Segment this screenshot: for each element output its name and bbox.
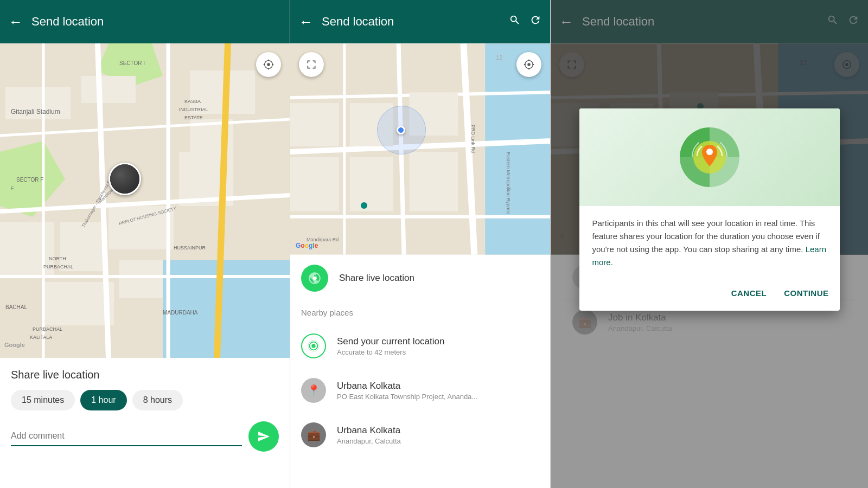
nearby-label: Nearby places: [290, 301, 550, 324]
panel1-map: Gitanjali Stadium SECTOR I KASBA INDUSTR…: [0, 43, 290, 358]
share-live-label: Share live location: [339, 273, 414, 284]
comment-input[interactable]: [11, 427, 242, 446]
back-button[interactable]: ←: [9, 14, 23, 30]
svg-text:SECTOR I: SECTOR I: [119, 60, 145, 66]
svg-text:Eastern Metropolitan Bypass: Eastern Metropolitan Bypass: [506, 152, 511, 214]
svg-rect-53: [350, 157, 393, 211]
panel2-search-icon[interactable]: [509, 14, 521, 29]
svg-text:KASBA: KASBA: [184, 99, 201, 104]
panel1-title: Send location: [31, 15, 281, 29]
svg-text:ESTATE: ESTATE: [184, 115, 203, 120]
svg-text:NORTH: NORTH: [49, 256, 66, 261]
duration-options: 15 minutes 1 hour 8 hours: [11, 390, 279, 410]
place-text-1: Urbana Kolkata Anandapur, Calcutta: [337, 425, 401, 445]
panel-send-location-3: ← Send location 12 G: [550, 0, 868, 488]
svg-point-59: [527, 63, 531, 66]
svg-text:Gitanjali Stadium: Gitanjali Stadium: [11, 108, 60, 115]
svg-text:BACHAL: BACHAL: [5, 304, 27, 310]
dialog-actions: CANCEL CONTINUE: [579, 280, 840, 311]
svg-text:HUSSAINPUR: HUSSAINPUR: [174, 245, 206, 251]
svg-rect-8: [43, 282, 114, 325]
place-item-1[interactable]: 💼 Urbana Kolkata Anandapur, Calcutta: [290, 413, 550, 457]
svg-text:PURBACHAL: PURBACHAL: [33, 326, 62, 332]
panel2-header: ← Send location: [290, 0, 550, 43]
svg-text:F: F: [11, 185, 14, 191]
svg-rect-52: [290, 157, 339, 211]
duration-1hour[interactable]: 1 hour: [80, 390, 126, 410]
svg-text:PRD Link Rd: PRD Link Rd: [470, 125, 476, 153]
panel2-title: Send location: [322, 15, 500, 29]
share-live-text: Share live location: [339, 273, 414, 284]
panel2-refresh-icon[interactable]: [529, 14, 541, 29]
cancel-button[interactable]: CANCEL: [729, 284, 769, 302]
place-icon-1: 💼: [301, 422, 326, 447]
current-location-label: Send your current location: [337, 336, 444, 347]
place-icon-0: 📍: [301, 378, 326, 403]
svg-text:Google: Google: [4, 342, 25, 348]
share-live-title: Share live location: [11, 369, 279, 381]
share-live-item[interactable]: Share live location: [290, 255, 550, 301]
user-avatar: [108, 163, 141, 195]
live-location-dialog: Participants in this chat will see your …: [579, 108, 840, 311]
place-name-0: Urbana Kolkata: [337, 381, 477, 391]
svg-text:INDUSTRIAL: INDUSTRIAL: [179, 107, 208, 112]
duration-15min[interactable]: 15 minutes: [11, 390, 75, 410]
svg-point-80: [706, 149, 713, 155]
svg-point-39: [267, 63, 270, 66]
panel1-bottom: Share live location 15 minutes 1 hour 8 …: [0, 358, 290, 488]
google-logo: Google: [296, 242, 318, 249]
place-text-0: Urbana Kolkata PO East Kolkata Township …: [337, 381, 477, 401]
panel2-list: Share live location Nearby places Send y…: [290, 255, 550, 488]
location-dot: [397, 126, 405, 134]
place-item-0[interactable]: 📍 Urbana Kolkata PO East Kolkata Townshi…: [290, 368, 550, 413]
place-name-1: Urbana Kolkata: [337, 425, 401, 436]
svg-rect-42: [485, 43, 550, 254]
panel2-back-button[interactable]: ←: [299, 14, 313, 30]
svg-rect-9: [119, 260, 163, 298]
svg-text:KALITALA: KALITALA: [30, 335, 52, 340]
svg-text:SECTOR F: SECTOR F: [16, 177, 43, 183]
location-button[interactable]: [256, 52, 281, 77]
svg-rect-49: [290, 103, 339, 146]
place-sub-1: Anandapur, Calcutta: [337, 437, 401, 445]
panel2-map: PRD Link Rd Eastern Metropolitan Bypass …: [290, 43, 550, 255]
svg-rect-54: [410, 152, 458, 211]
duration-8hours[interactable]: 8 hours: [132, 390, 183, 410]
svg-text:MADURDAHA: MADURDAHA: [163, 310, 198, 316]
current-location-item[interactable]: Send your current location Accurate to 4…: [290, 324, 550, 368]
panel-send-location-2: ← Send location: [290, 0, 550, 488]
dialog-text: Participants in this chat will see your …: [592, 217, 827, 269]
panel1-header: ← Send location: [0, 0, 290, 43]
continue-button[interactable]: CONTINUE: [782, 284, 831, 302]
panel-send-location: ← Send location: [0, 0, 290, 488]
teal-dot-1: [361, 202, 367, 209]
svg-text:PURBACHAL: PURBACHAL: [43, 264, 73, 269]
live-location-graphic: [674, 122, 745, 192]
current-location-sub: Accurate to 42 meters: [337, 348, 444, 356]
panel2-location-button[interactable]: [516, 52, 541, 77]
svg-point-62: [311, 344, 315, 348]
dialog-image: [579, 108, 840, 206]
current-location-text: Send your current location Accurate to 4…: [337, 336, 444, 356]
current-loc-icon: [301, 333, 326, 358]
place-sub-0: PO East Kolkata Township Project, Ananda…: [337, 393, 477, 401]
svg-text:12: 12: [496, 54, 502, 61]
panel2-expand-button[interactable]: [299, 52, 324, 77]
comment-row: [11, 421, 279, 452]
live-location-icon: [301, 265, 328, 292]
dialog-body: Participants in this chat will see your …: [579, 206, 840, 280]
dialog-overlay: Participants in this chat will see your …: [551, 0, 868, 488]
svg-rect-11: [81, 76, 136, 103]
send-button[interactable]: [248, 421, 279, 452]
